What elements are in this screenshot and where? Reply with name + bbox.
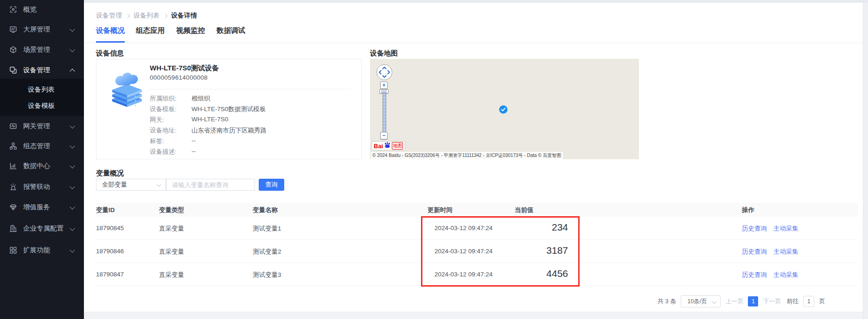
baidu-logo: Bai 地图: [371, 141, 405, 150]
sidebar-item-scene-mgmt[interactable]: 场景管理: [0, 44, 84, 55]
screen-icon: [9, 25, 17, 33]
gem-icon: [9, 203, 17, 211]
data-center-icon: [9, 162, 17, 170]
scrollbar-track[interactable]: [863, 3, 868, 319]
field-address: 设备地址: 山东省济南市历下区颖秀路: [150, 126, 267, 136]
sidebar-item-extensions[interactable]: 扩展功能: [0, 244, 84, 256]
chevron-down-icon: [70, 225, 75, 231]
header-variable-name: 变量名称: [253, 206, 278, 214]
chevron-up-icon: [70, 69, 75, 74]
page-size-select[interactable]: 10条/页: [681, 295, 721, 307]
map-zoom-track[interactable]: [383, 90, 386, 133]
history-query-link[interactable]: 历史查询: [742, 271, 767, 279]
grid-icon: [9, 246, 17, 254]
map-attribution: © 2024 Baidu - GS(2023)3206号 - 甲测资字11111…: [371, 152, 563, 159]
variable-type-select[interactable]: 全部变量: [96, 179, 166, 191]
chevron-down-icon: [70, 163, 75, 168]
field-tags: 标签: --: [150, 137, 196, 146]
field-template: 设备模板: WH-LTE-7S0数据测试模板: [150, 105, 266, 114]
gateway-icon: [9, 122, 17, 130]
table-row: 18790847 直采变量 测试变量3 2024-03-12 09:47:24 …: [96, 263, 858, 286]
goto-page-input[interactable]: [803, 296, 814, 307]
header-variable-type: 变量类型: [159, 206, 184, 214]
device-cloud-stack-icon: [108, 65, 147, 109]
breadcrumb-separator-icon: [163, 14, 168, 19]
cell-id: 18790845: [96, 225, 124, 231]
cell-actions: 历史查询 主动采集: [742, 248, 798, 256]
device-info-panel: WH-LTE-7S0测试设备 0000059614000008 所属组织: 根组…: [96, 59, 362, 159]
next-page-button[interactable]: 下一页: [763, 297, 781, 306]
map-zoom-in-button[interactable]: +: [380, 81, 388, 89]
breadcrumb-separator-icon: [126, 14, 130, 19]
alarm-icon: [9, 182, 17, 191]
prev-page-button[interactable]: 上一页: [725, 297, 743, 306]
cell-time: 2024-03-12 09:47:24: [434, 248, 492, 255]
active-collect-link[interactable]: 主动采集: [773, 248, 798, 256]
map-zoom-out-button[interactable]: −: [380, 132, 388, 139]
info-divider: [150, 89, 351, 89]
field-description: 设备描述: --: [150, 148, 196, 157]
table-row: 18790846 直采变量 测试变量2 2024-03-12 09:47:24 …: [96, 240, 858, 263]
device-detail-page: 概览 大屏管理 场景管理 设备管理 设备列表: [0, 0, 868, 319]
chevron-down-icon: [70, 47, 75, 52]
scene-icon: [9, 45, 17, 54]
header-actions: 操作: [742, 206, 754, 214]
pagination-total: 共 3 条: [657, 297, 676, 306]
variable-search-input[interactable]: [166, 179, 255, 191]
search-button[interactable]: 查询: [259, 179, 284, 191]
goto-label: 前往: [786, 297, 798, 306]
device-location-marker-icon[interactable]: [499, 105, 508, 116]
baidu-map: + − Bai 地图 © 2024 Baidu - GS(2023)3206号: [370, 59, 639, 159]
sidebar-item-device-mgmt[interactable]: 设备管理: [0, 64, 84, 75]
cell-type: 直采变量: [159, 248, 184, 256]
chevron-down-icon: [70, 247, 75, 252]
history-query-link[interactable]: 历史查询: [742, 248, 767, 256]
breadcrumb-device-list[interactable]: 设备列表: [134, 12, 160, 20]
device-icon: [9, 66, 17, 74]
sidebar-item-value-added[interactable]: 增值服务: [0, 201, 84, 213]
cell-name: 测试变量3: [253, 271, 281, 279]
sidebar: 概览 大屏管理 场景管理 设备管理 设备列表: [0, 0, 84, 319]
cell-type: 直采变量: [159, 271, 184, 279]
cell-id: 18790846: [96, 248, 124, 255]
map-pan-control[interactable]: [376, 63, 393, 83]
tabbar-divider: [84, 43, 863, 43]
sidebar-item-config-mgmt[interactable]: 组态管理: [0, 140, 84, 151]
device-name: WH-LTE-7S0测试设备: [150, 64, 219, 73]
chevron-down-icon: [70, 184, 75, 189]
cell-value: 4456: [490, 268, 568, 279]
field-organization: 所属组织: 根组织: [150, 94, 211, 104]
table-row: 18790845 直采变量 测试变量1 2024-03-12 09:47:24 …: [96, 217, 858, 240]
cell-value: 3187: [490, 245, 568, 256]
sidebar-item-device-template[interactable]: 设备模板: [0, 100, 84, 111]
bottom-strip: [84, 312, 863, 319]
active-collect-link[interactable]: 主动采集: [773, 225, 798, 233]
overview-icon: [9, 5, 17, 13]
tab-config-app[interactable]: 组态应用: [136, 26, 165, 41]
active-collect-link[interactable]: 主动采集: [773, 271, 798, 279]
sidebar-item-overview[interactable]: 概览: [0, 4, 84, 15]
breadcrumb-device-mgmt[interactable]: 设备管理: [96, 12, 122, 20]
device-mgmt-submenu: 设备列表 设备模板: [0, 79, 84, 116]
sidebar-item-gateway-mgmt[interactable]: 网关管理: [0, 120, 84, 131]
tab-data-debug[interactable]: 数据调试: [217, 26, 245, 41]
sidebar-item-screen-mgmt[interactable]: 大屏管理: [0, 24, 84, 35]
sidebar-item-data-center[interactable]: 数据中心: [0, 160, 84, 171]
sidebar-item-device-list[interactable]: 设备列表: [0, 84, 84, 95]
goto-suffix-label: 页: [819, 297, 825, 306]
pagination: 共 3 条 10条/页 上一页 1 下一页 前往 页: [657, 295, 825, 307]
tab-device-overview[interactable]: 设备概况: [96, 26, 125, 43]
cell-id: 18790847: [96, 271, 124, 278]
variables-title: 变量概况: [96, 169, 124, 178]
cell-time: 2024-03-12 09:47:24: [434, 225, 492, 231]
history-query-link[interactable]: 历史查询: [742, 225, 767, 233]
sidebar-item-enterprise-config[interactable]: 企业专属配置: [0, 223, 84, 234]
page-1-button[interactable]: 1: [748, 296, 758, 306]
building-icon: [9, 224, 17, 232]
chevron-down-icon: [712, 300, 717, 304]
sidebar-item-alarm-linkage[interactable]: 报警联动: [0, 181, 84, 192]
breadcrumb-device-detail: 设备详情: [171, 12, 197, 20]
cell-type: 直采变量: [159, 225, 184, 233]
map-zoom-slider[interactable]: [379, 89, 389, 94]
tab-video-monitor[interactable]: 视频监控: [176, 26, 205, 41]
